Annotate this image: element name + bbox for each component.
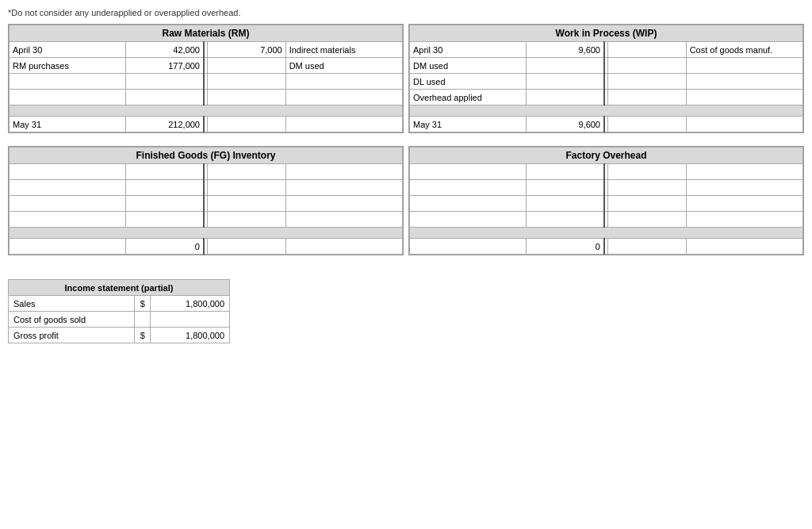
rm-total-debit-amount: 212,000 <box>126 117 204 132</box>
fo-total-debit-amount: 0 <box>527 239 604 255</box>
wip-debit-amt-2 <box>527 74 604 90</box>
fo-account: Factory Overhead <box>408 146 804 255</box>
fo-debit-amt-1 <box>527 180 604 196</box>
rm-spacer <box>10 105 403 117</box>
fg-credit-label-0 <box>285 164 402 180</box>
income-cogs-amount <box>151 312 230 328</box>
table-row: April 30 42,000 7,000 Indirect materials <box>10 42 403 58</box>
wip-credit-amt-0 <box>608 42 686 58</box>
fg-total-row: 0 <box>10 239 403 255</box>
rm-total-credit-amount <box>208 117 285 132</box>
fo-credit-amt-0 <box>608 164 686 180</box>
fg-total-credit-amount <box>208 239 285 255</box>
fg-debit-amt-1 <box>126 180 204 196</box>
fo-debit-label-3 <box>410 212 527 228</box>
wip-credit-amt-1 <box>608 58 686 74</box>
fg-spacer <box>10 228 403 239</box>
rm-credit-label-3 <box>285 90 402 105</box>
fo-credit-amt-1 <box>608 180 686 196</box>
rm-total-credit-label <box>285 117 402 132</box>
fo-credit-label-3 <box>686 212 802 228</box>
rm-credit-amt-0: 7,000 <box>208 42 285 58</box>
income-sales-dollar: $ <box>135 296 151 312</box>
wip-title: Work in Process (WIP) <box>410 25 803 42</box>
income-cogs-row: Cost of goods sold <box>9 312 230 328</box>
fo-title: Factory Overhead <box>410 148 803 164</box>
fg-debit-label-2 <box>10 196 126 212</box>
note-text: *Do not consider any underapplied or ove… <box>8 8 804 17</box>
fo-credit-label-2 <box>686 196 802 212</box>
table-row: Overhead applied <box>410 90 803 105</box>
rm-credit-label-1: DM used <box>285 58 402 74</box>
fo-total-row: 0 <box>410 239 803 255</box>
fo-debit-amt-2 <box>527 196 604 212</box>
table-row: DM used <box>410 58 803 74</box>
rm-debit-label-0: April 30 <box>10 42 126 58</box>
rm-debit-label-1: RM purchases <box>10 58 126 74</box>
table-row <box>410 180 803 196</box>
wip-credit-label-3 <box>686 90 802 105</box>
fo-credit-label-1 <box>686 180 802 196</box>
wip-debit-label-0: April 30 <box>410 42 527 58</box>
table-row <box>10 90 403 105</box>
rm-debit-amt-0: 42,000 <box>126 42 204 58</box>
fg-credit-amt-1 <box>208 180 285 196</box>
fo-debit-label-1 <box>410 180 527 196</box>
table-row <box>10 180 403 196</box>
fo-debit-label-0 <box>410 164 527 180</box>
fg-title: Finished Goods (FG) Inventory <box>10 148 403 164</box>
fo-spacer <box>410 228 803 239</box>
t-accounts-top: Raw Materials (RM) April 30 42,000 7,000… <box>8 24 804 133</box>
fg-total-debit-amount: 0 <box>126 239 204 255</box>
fg-debit-amt-3 <box>126 212 204 228</box>
fo-total-debit-label <box>410 239 527 255</box>
fg-credit-amt-3 <box>208 212 285 228</box>
table-row <box>10 212 403 228</box>
wip-debit-label-1: DM used <box>410 58 527 74</box>
wip-total-debit-label: May 31 <box>410 117 527 132</box>
income-gross-amount: 1,800,000 <box>151 328 230 343</box>
wip-debit-amt-1 <box>527 58 604 74</box>
fo-credit-amt-3 <box>608 212 686 228</box>
wip-credit-label-2 <box>686 74 802 90</box>
table-row: RM purchases 177,000 DM used <box>10 58 403 74</box>
table-row: April 30 9,600 Cost of goods manuf. <box>410 42 803 58</box>
table-row <box>410 212 803 228</box>
table-row <box>10 74 403 90</box>
fg-account: Finished Goods (FG) Inventory <box>8 146 404 255</box>
rm-debit-amt-3 <box>126 90 204 105</box>
rm-credit-label-2 <box>285 74 402 90</box>
income-sales-amount: 1,800,000 <box>151 296 230 312</box>
rm-debit-label-2 <box>10 74 126 90</box>
t-accounts-bottom: Finished Goods (FG) Inventory <box>8 146 804 255</box>
wip-credit-amt-3 <box>608 90 686 105</box>
income-gross-row: Gross profit $ 1,800,000 <box>9 328 230 343</box>
income-gross-dollar: $ <box>135 328 151 343</box>
table-row <box>10 196 403 212</box>
fo-debit-label-2 <box>410 196 527 212</box>
wip-account: Work in Process (WIP) April 30 9,600 Cos… <box>408 24 804 133</box>
table-row <box>410 196 803 212</box>
fg-credit-amt-0 <box>208 164 285 180</box>
table-row <box>10 164 403 180</box>
income-cogs-label: Cost of goods sold <box>9 312 135 328</box>
fo-credit-amt-2 <box>608 196 686 212</box>
wip-spacer <box>410 105 803 117</box>
income-gross-label: Gross profit <box>9 328 135 343</box>
wip-total-credit-amount <box>608 117 686 132</box>
fg-debit-label-1 <box>10 180 126 196</box>
fg-debit-amt-0 <box>126 164 204 180</box>
wip-debit-amt-3 <box>527 90 604 105</box>
income-sales-row: Sales $ 1,800,000 <box>9 296 230 312</box>
wip-debit-label-2: DL used <box>410 74 527 90</box>
fg-credit-label-1 <box>285 180 402 196</box>
wip-debit-amt-0: 9,600 <box>527 42 604 58</box>
income-sales-label: Sales <box>9 296 135 312</box>
fg-debit-label-3 <box>10 212 126 228</box>
rm-credit-label-0: Indirect materials <box>285 42 402 58</box>
rm-title: Raw Materials (RM) <box>10 25 403 42</box>
fo-total-credit-label <box>686 239 802 255</box>
fo-total-credit-amount <box>608 239 686 255</box>
rm-credit-amt-3 <box>208 90 285 105</box>
rm-credit-amt-2 <box>208 74 285 90</box>
